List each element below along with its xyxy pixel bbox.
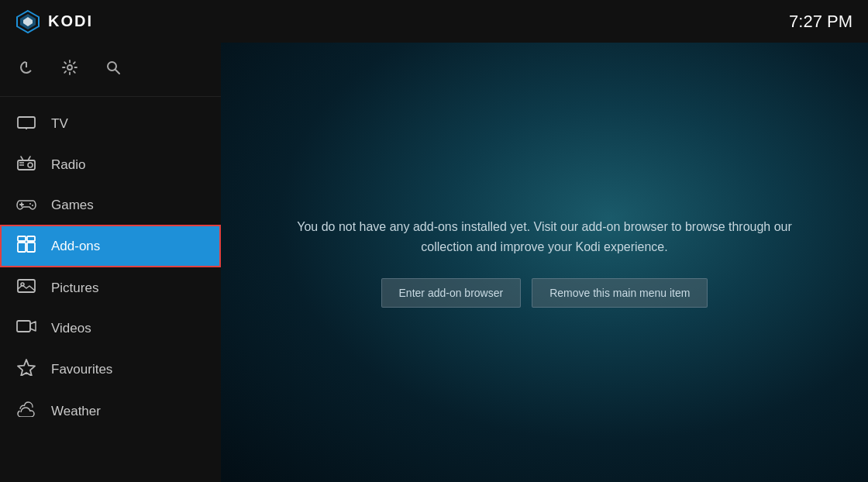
app-title: KODI bbox=[48, 12, 93, 30]
power-button[interactable] bbox=[16, 57, 37, 82]
svg-point-19 bbox=[29, 203, 31, 205]
star-icon bbox=[16, 359, 37, 380]
svg-line-7 bbox=[115, 70, 119, 74]
svg-rect-24 bbox=[27, 236, 35, 241]
games-label: Games bbox=[51, 198, 94, 213]
sidebar-item-addons[interactable]: Add-ons bbox=[0, 225, 221, 267]
search-icon bbox=[105, 60, 121, 75]
content-center: You do not have any add-ons installed ye… bbox=[274, 201, 816, 323]
radio-icon bbox=[16, 155, 37, 174]
sidebar: TV Radio bbox=[0, 43, 221, 482]
sidebar-item-pictures[interactable]: Pictures bbox=[0, 267, 221, 308]
sidebar-item-games[interactable]: Games bbox=[0, 185, 221, 225]
svg-rect-25 bbox=[18, 280, 35, 292]
power-icon bbox=[19, 60, 34, 75]
svg-point-5 bbox=[67, 65, 72, 70]
main-layout: TV Radio bbox=[0, 43, 868, 482]
radio-label: Radio bbox=[51, 157, 85, 173]
settings-button[interactable] bbox=[59, 57, 81, 82]
videos-label: Videos bbox=[51, 321, 91, 336]
sidebar-item-tv[interactable]: TV bbox=[0, 103, 221, 144]
clock: 7:27 PM bbox=[789, 12, 852, 32]
svg-rect-27 bbox=[17, 321, 30, 332]
svg-point-20 bbox=[32, 205, 33, 206]
svg-point-12 bbox=[28, 163, 33, 167]
search-button[interactable] bbox=[102, 57, 124, 82]
sidebar-item-favourites[interactable]: Favourites bbox=[0, 348, 221, 391]
videos-icon bbox=[16, 319, 37, 337]
weather-label: Weather bbox=[51, 404, 101, 419]
sidebar-toolbar bbox=[0, 43, 221, 97]
no-addons-message: You do not have any add-ons installed ye… bbox=[289, 217, 801, 256]
kodi-logo-icon bbox=[16, 9, 40, 34]
content-actions: Enter add-on browser Remove this main me… bbox=[289, 278, 801, 308]
addons-icon bbox=[16, 236, 37, 256]
main-nav: TV Radio bbox=[0, 97, 221, 482]
content-area: You do not have any add-ons installed ye… bbox=[221, 43, 868, 482]
gear-icon bbox=[62, 60, 78, 75]
tv-label: TV bbox=[51, 116, 68, 132]
app-branding: KODI bbox=[16, 9, 93, 34]
svg-rect-8 bbox=[18, 117, 35, 128]
top-bar: KODI 7:27 PM bbox=[0, 0, 868, 43]
gamepad-icon bbox=[16, 196, 37, 214]
addons-label: Add-ons bbox=[51, 239, 100, 254]
sidebar-item-weather[interactable]: Weather bbox=[0, 391, 221, 432]
remove-menu-item-button[interactable]: Remove this main menu item bbox=[532, 278, 708, 308]
pictures-icon bbox=[16, 278, 37, 298]
weather-icon bbox=[16, 401, 37, 421]
svg-rect-21 bbox=[18, 243, 26, 252]
svg-rect-22 bbox=[27, 243, 35, 252]
enter-addon-browser-button[interactable]: Enter add-on browser bbox=[381, 278, 522, 308]
pictures-label: Pictures bbox=[51, 281, 98, 296]
tv-icon bbox=[16, 114, 37, 133]
favourites-label: Favourites bbox=[51, 362, 112, 377]
sidebar-item-videos[interactable]: Videos bbox=[0, 308, 221, 348]
sidebar-item-radio[interactable]: Radio bbox=[0, 144, 221, 185]
svg-rect-23 bbox=[18, 236, 26, 241]
